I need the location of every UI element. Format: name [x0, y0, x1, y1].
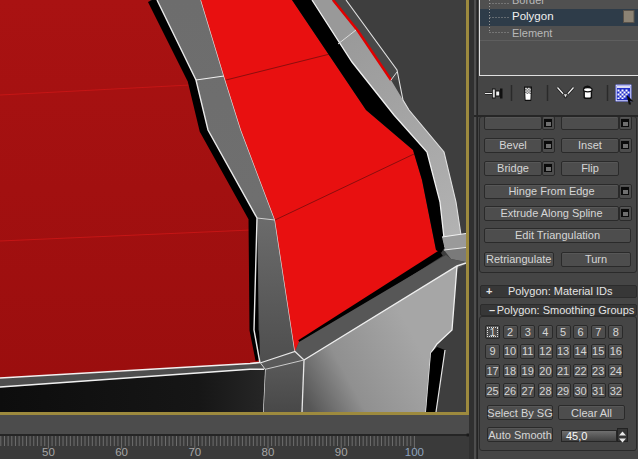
svg-text:100: 100 — [405, 446, 424, 458]
svg-text:80: 80 — [262, 446, 275, 458]
svg-text:70: 70 — [188, 446, 201, 458]
svg-text:50: 50 — [42, 446, 55, 458]
svg-text:90: 90 — [335, 446, 348, 458]
svg-text:60: 60 — [115, 446, 128, 458]
